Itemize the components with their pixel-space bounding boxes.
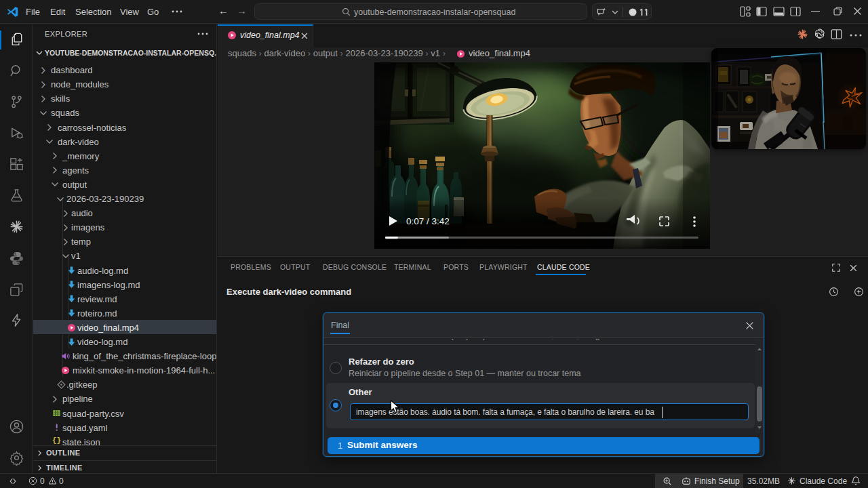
svg-text:0:07 / 3:42: 0:07 / 3:42 [406,216,450,226]
